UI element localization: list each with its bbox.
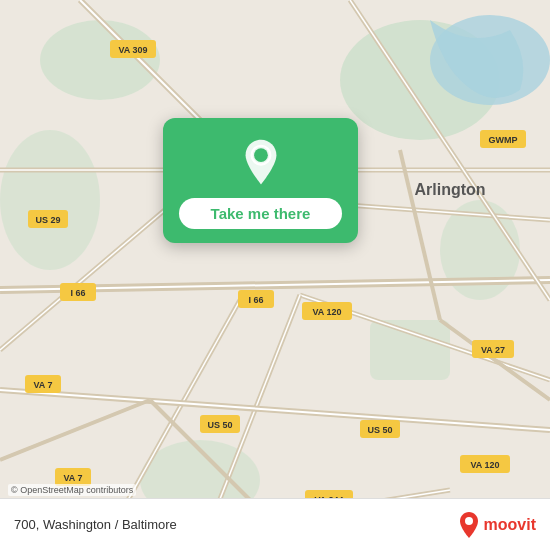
svg-text:VA 7: VA 7 bbox=[63, 473, 82, 483]
svg-text:US 50: US 50 bbox=[367, 425, 392, 435]
popup-card: Take me there bbox=[163, 118, 358, 243]
svg-text:VA 120: VA 120 bbox=[312, 307, 341, 317]
moovit-pin-icon bbox=[458, 511, 480, 539]
address-label: 700, Washington / Baltimore bbox=[14, 517, 177, 532]
svg-point-3 bbox=[0, 130, 100, 270]
svg-text:US 50: US 50 bbox=[207, 420, 232, 430]
moovit-brand-text: moovit bbox=[484, 516, 536, 534]
svg-text:I 66: I 66 bbox=[248, 295, 263, 305]
map-background: VA 309 US 29 I 66 I 66 VA 120 VA 27 US 5… bbox=[0, 0, 550, 550]
map-container: VA 309 US 29 I 66 I 66 VA 120 VA 27 US 5… bbox=[0, 0, 550, 550]
svg-point-63 bbox=[254, 148, 268, 162]
map-attribution: © OpenStreetMap contributors bbox=[8, 484, 136, 496]
svg-text:VA 120: VA 120 bbox=[470, 460, 499, 470]
svg-point-65 bbox=[465, 517, 473, 525]
svg-text:Arlington: Arlington bbox=[414, 181, 485, 198]
take-me-there-button[interactable]: Take me there bbox=[179, 198, 342, 229]
svg-text:I 66: I 66 bbox=[70, 288, 85, 298]
svg-text:VA 309: VA 309 bbox=[118, 45, 147, 55]
svg-text:VA 27: VA 27 bbox=[481, 345, 505, 355]
svg-text:GWMP: GWMP bbox=[489, 135, 518, 145]
bottom-bar: 700, Washington / Baltimore moovit bbox=[0, 498, 550, 550]
moovit-logo: moovit bbox=[458, 511, 536, 539]
svg-text:VA 7: VA 7 bbox=[33, 380, 52, 390]
svg-rect-5 bbox=[370, 320, 450, 380]
location-pin-icon bbox=[235, 136, 287, 188]
svg-text:US 29: US 29 bbox=[35, 215, 60, 225]
